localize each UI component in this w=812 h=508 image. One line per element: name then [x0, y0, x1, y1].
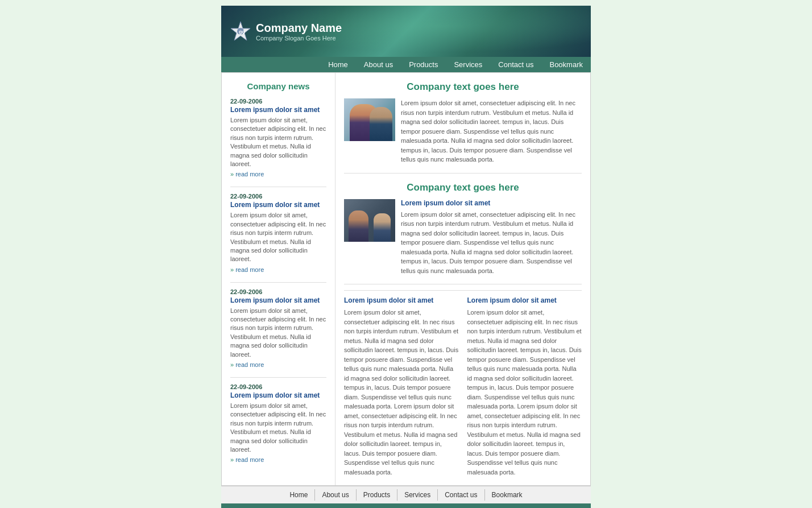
footer-bottom: All rights reserved 2006 Your Company Na…: [221, 503, 591, 508]
bottom-col2-text: Lorem ipsum dolor sit amet, consectetuer…: [467, 308, 582, 477]
bottom-col1-title: Lorem ipsum dolor sit amet: [344, 296, 459, 304]
main-content: Company text goes here Lorem ipsum dolor…: [335, 73, 590, 485]
footer-nav-bookmark[interactable]: Bookmark: [485, 489, 529, 501]
nav-bookmark[interactable]: Bookmark: [541, 57, 591, 72]
footer-nav: Home About us Products Services Contact …: [221, 486, 591, 503]
nav-about[interactable]: About us: [356, 57, 401, 72]
article-text-2: Lorem ipsum dolor sit amet Lorem ipsum d…: [401, 199, 582, 276]
news-title: Lorem ipsum dolor sit amet: [230, 201, 326, 209]
sidebar: Company news 22-09-2006 Lorem ipsum dolo…: [222, 73, 335, 485]
footer-nav-products[interactable]: Products: [357, 489, 397, 501]
news-item: 22-09-2006 Lorem ipsum dolor sit amet Lo…: [230, 383, 326, 463]
bottom-section: Lorem ipsum dolor sit amet Lorem ipsum d…: [344, 290, 582, 477]
article-section-1: Lorem ipsum dolor sit amet, consectetuer…: [344, 98, 582, 174]
footer-nav-contact[interactable]: Contact us: [438, 489, 484, 501]
nav-bar: Home About us Products Services Contact …: [221, 57, 591, 72]
news-date: 22-09-2006: [230, 288, 326, 295]
article-text-1: Lorem ipsum dolor sit amet, consectetuer…: [401, 98, 582, 164]
logo-area: go Company Name Company Slogan Goes Here: [221, 20, 342, 42]
news-item: 22-09-2006 Lorem ipsum dolor sit amet Lo…: [230, 193, 326, 272]
news-date: 22-09-2006: [230, 383, 326, 390]
article-subtitle-2: Lorem ipsum dolor sit amet: [401, 199, 582, 207]
bottom-col-2: Lorem ipsum dolor sit amet Lorem ipsum d…: [467, 296, 582, 477]
nav-home[interactable]: Home: [320, 57, 356, 72]
article-image-1: [344, 98, 395, 141]
bottom-col1-text: Lorem ipsum dolor sit amet, consectetuer…: [344, 308, 459, 477]
footer-nav-services[interactable]: Services: [397, 489, 438, 501]
news-date: 22-09-2006: [230, 193, 326, 200]
footer-nav-about[interactable]: About us: [315, 489, 356, 501]
svg-text:go: go: [239, 29, 245, 35]
company-name: Company Name: [256, 22, 342, 35]
nav-contact[interactable]: Contact us: [490, 57, 541, 72]
news-text: Lorem ipsum dolor sit amet, consectetuer…: [230, 211, 326, 263]
content-wrapper: Company news 22-09-2006 Lorem ipsum dolo…: [221, 72, 591, 486]
article-section-2: Lorem ipsum dolor sit amet Lorem ipsum d…: [344, 199, 582, 285]
main-section2-title: Company text goes here: [344, 182, 582, 193]
read-more-link[interactable]: read more: [230, 361, 326, 368]
news-date: 22-09-2006: [230, 98, 326, 105]
news-item: 22-09-2006 Lorem ipsum dolor sit amet Lo…: [230, 98, 326, 177]
read-more-link[interactable]: read more: [230, 266, 326, 273]
logo-icon: go: [230, 20, 251, 42]
company-slogan: Company Slogan Goes Here: [256, 35, 342, 42]
news-item: 22-09-2006 Lorem ipsum dolor sit amet Lo…: [230, 288, 326, 368]
read-more-link[interactable]: read more: [230, 456, 326, 463]
news-title: Lorem ipsum dolor sit amet: [230, 296, 326, 304]
news-title: Lorem ipsum dolor sit amet: [230, 106, 326, 114]
header: go Company Name Company Slogan Goes Here: [221, 6, 591, 57]
news-text: Lorem ipsum dolor sit amet, consectetuer…: [230, 116, 326, 168]
bottom-col2-title: Lorem ipsum dolor sit amet: [467, 296, 582, 304]
nav-products[interactable]: Products: [401, 57, 446, 72]
sidebar-title: Company news: [230, 81, 326, 91]
article-body-2: Lorem ipsum dolor sit amet, consectetuer…: [401, 210, 582, 276]
main-section1-title: Company text goes here: [344, 81, 582, 93]
footer-nav-home[interactable]: Home: [283, 489, 315, 501]
article-image-2: [344, 199, 395, 242]
news-text: Lorem ipsum dolor sit amet, consectetuer…: [230, 307, 326, 359]
nav-services[interactable]: Services: [446, 57, 490, 72]
article-body-1: Lorem ipsum dolor sit amet, consectetuer…: [401, 98, 582, 164]
news-title: Lorem ipsum dolor sit amet: [230, 391, 326, 399]
news-text: Lorem ipsum dolor sit amet, consectetuer…: [230, 402, 326, 454]
bottom-col-1: Lorem ipsum dolor sit amet Lorem ipsum d…: [344, 296, 459, 477]
read-more-link[interactable]: read more: [230, 171, 326, 177]
